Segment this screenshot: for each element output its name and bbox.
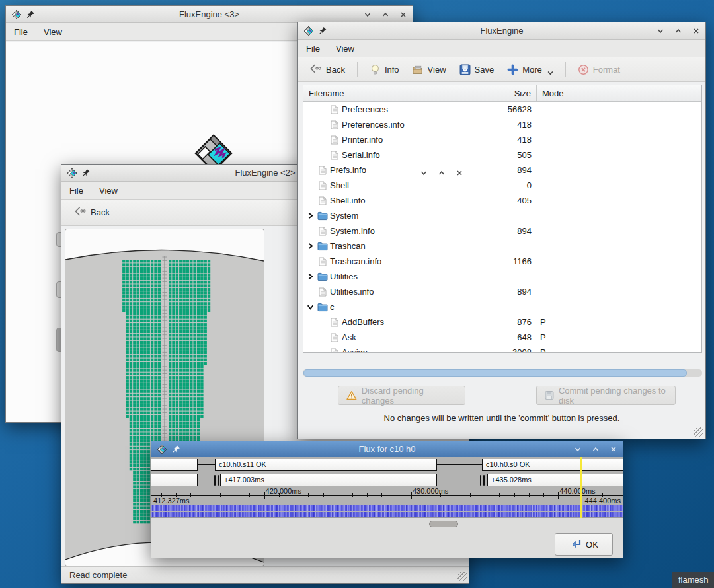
- filename-label: AddBuffers: [342, 317, 384, 327]
- filename-label: System: [330, 211, 358, 221]
- axis-tick-label: 420.000ms: [266, 487, 301, 495]
- axis-tick-label: 440.000ms: [559, 487, 595, 495]
- scrollbar-thumb[interactable]: [429, 521, 458, 527]
- filename-cell: c: [303, 302, 469, 312]
- filename-cell: AddBuffers: [303, 317, 469, 327]
- file-icon: [329, 120, 340, 129]
- titlebar[interactable]: Flux for c10 h0: [151, 441, 623, 457]
- flux-density-band[interactable]: [151, 505, 623, 511]
- close-button[interactable]: [610, 445, 617, 453]
- table-row[interactable]: Printer.info418: [303, 132, 701, 147]
- maximize-button[interactable]: [438, 169, 446, 177]
- arrow-spacer: [319, 318, 327, 326]
- table-row[interactable]: Utilities.info894: [303, 284, 701, 299]
- resize-grip[interactable]: [694, 427, 703, 437]
- window-fluxengine-main[interactable]: FluxEngine File View Back Info Vie: [298, 22, 706, 439]
- close-button[interactable]: [456, 169, 463, 177]
- menu-file[interactable]: File: [14, 27, 28, 37]
- filename-cell: Serial.info: [303, 150, 469, 160]
- back-button[interactable]: Back: [305, 61, 349, 79]
- close-button[interactable]: [692, 27, 700, 35]
- maximize-button[interactable]: [381, 11, 389, 18]
- chevron-down-icon[interactable]: [307, 303, 315, 311]
- filename-cell: System.info: [303, 226, 469, 236]
- table-row[interactable]: System.info894: [303, 223, 701, 239]
- menu-view[interactable]: View: [336, 44, 354, 54]
- column-header-mode[interactable]: Mode: [537, 85, 701, 101]
- resize-grip[interactable]: [457, 572, 467, 581]
- ok-button[interactable]: OK: [555, 533, 613, 556]
- window-title: Flux for c10 h0: [151, 444, 623, 454]
- column-header-filename[interactable]: Filename: [303, 85, 469, 101]
- more-button[interactable]: More: [503, 61, 557, 78]
- info-button[interactable]: Info: [366, 61, 403, 78]
- view-button[interactable]: View: [409, 61, 450, 78]
- table-row[interactable]: Assign3008P: [303, 345, 701, 353]
- save-button[interactable]: Save: [456, 61, 498, 78]
- titlebar[interactable]: FluxEngine: [298, 22, 705, 40]
- chevron-right-icon[interactable]: [307, 273, 315, 280]
- table-row[interactable]: Trashcan: [303, 239, 701, 254]
- filename-label: Shell.info: [330, 196, 365, 205]
- commit-changes-button[interactable]: Commit pending changes to disk: [536, 386, 676, 405]
- mode-value: P: [537, 332, 701, 342]
- flux-view[interactable]: c10.h0.s11 OK c10.h0.s0 OK +417.003ms +4…: [151, 457, 623, 558]
- file-icon: [317, 196, 328, 205]
- menu-view[interactable]: View: [99, 186, 118, 196]
- table-row[interactable]: System: [303, 208, 701, 223]
- minimize-button[interactable]: [364, 11, 372, 18]
- titlebar[interactable]: FluxEngine <3>: [6, 6, 413, 23]
- maximize-button[interactable]: [674, 27, 682, 35]
- table-row[interactable]: Ask648P: [303, 330, 701, 345]
- menu-file[interactable]: File: [69, 186, 83, 196]
- minimize-button[interactable]: [574, 445, 582, 453]
- save-icon: [459, 64, 471, 75]
- menubar: File View: [298, 40, 705, 57]
- horizontal-scrollbar[interactable]: [303, 369, 702, 377]
- filename-label: Trashcan.info: [330, 256, 381, 266]
- axis-tick: [514, 493, 515, 497]
- table-row[interactable]: Trashcan.info1166: [303, 254, 701, 269]
- filename-cell: Ask: [303, 332, 469, 342]
- chevron-right-icon[interactable]: [307, 212, 315, 219]
- chevron-right-icon[interactable]: [307, 242, 315, 250]
- file-icon: [329, 135, 340, 145]
- filename-cell: Trashcan: [303, 241, 469, 251]
- scrollbar-thumb[interactable]: [303, 369, 687, 377]
- discard-changes-button[interactable]: Discard pending changes: [338, 386, 465, 405]
- column-header-size[interactable]: Size: [469, 85, 537, 101]
- table-row[interactable]: Prefs.info894: [303, 163, 701, 178]
- minimize-button[interactable]: [420, 169, 428, 177]
- back-icon: [309, 63, 322, 76]
- file-table: Filename Size Mode Preferences56628Prefe…: [303, 85, 702, 353]
- table-row[interactable]: Preferences56628: [303, 102, 701, 117]
- file-icon: [329, 333, 340, 342]
- filename-label: Utilities.info: [330, 287, 374, 297]
- minimize-button[interactable]: [656, 27, 664, 35]
- close-button[interactable]: [399, 11, 407, 18]
- table-header[interactable]: Filename Size Mode: [303, 85, 701, 102]
- back-button[interactable]: Back: [68, 203, 115, 221]
- table-row[interactable]: c: [303, 299, 701, 314]
- maximize-button[interactable]: [592, 445, 600, 453]
- axis-tick: [220, 493, 221, 497]
- axis-tick: [308, 493, 309, 497]
- size-value: 1166: [469, 256, 537, 266]
- filename-label: Trashcan: [330, 241, 366, 251]
- table-row[interactable]: Shell.info405: [303, 193, 701, 208]
- axis-tick: [367, 493, 368, 497]
- window-flux-viewer[interactable]: Flux for c10 h0 c10.h0.s11 OK c10.h0.s0 …: [151, 441, 623, 558]
- table-row[interactable]: Preferences.info418: [303, 117, 701, 132]
- menu-view[interactable]: View: [44, 27, 62, 37]
- table-row[interactable]: AddBuffers876P: [303, 314, 701, 330]
- dropdown-caret-icon[interactable]: [547, 67, 553, 72]
- table-row[interactable]: Utilities: [303, 269, 701, 284]
- arrow-spacer: [319, 151, 327, 159]
- format-button[interactable]: Format: [574, 61, 624, 78]
- menu-file[interactable]: File: [306, 44, 320, 54]
- table-row[interactable]: Shell0: [303, 178, 701, 193]
- taskbar-tooltip: flamesh: [672, 572, 714, 588]
- filename-label: Shell: [330, 180, 349, 190]
- axis-tick: [529, 493, 530, 497]
- table-row[interactable]: Serial.info505: [303, 147, 701, 163]
